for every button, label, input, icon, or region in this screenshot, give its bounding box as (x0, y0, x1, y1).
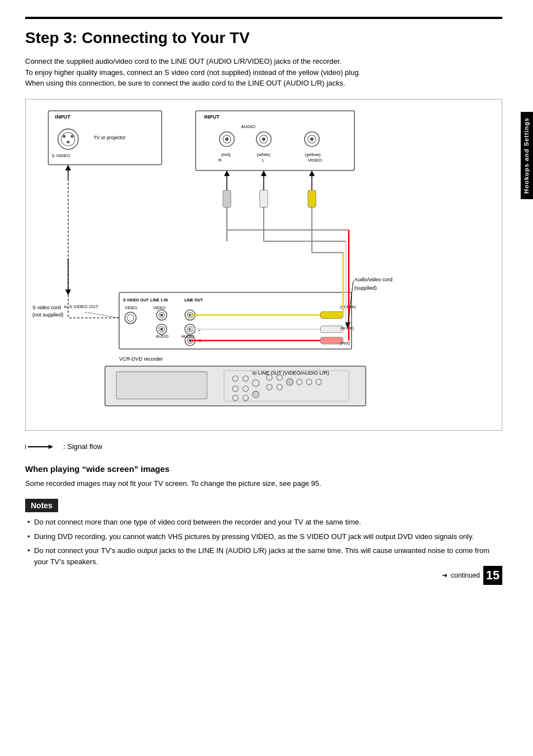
diagram-area: INPUT S VIDEO TV or projector INPUT (25, 99, 502, 431)
intro-line-1: Connect the supplied audio/video cord to… (25, 57, 341, 65)
top-border (25, 17, 502, 19)
svg-text:LINE OUT: LINE OUT (184, 298, 203, 303)
svg-marker-30 (261, 170, 266, 176)
svg-line-114 (85, 312, 119, 318)
intro-line-2: To enjoy higher quality images, connect … (25, 68, 361, 77)
svg-marker-116 (65, 289, 71, 295)
svg-point-16 (262, 137, 265, 140)
notes-list: Do not connect more than one type of vid… (25, 517, 502, 567)
svg-text:VIDEO: VIDEO (308, 158, 322, 163)
svg-text:S VIDEO: S VIDEO (52, 153, 70, 158)
continued-arrow-icon: ➜ (442, 571, 448, 579)
svg-text:LINE 1 IN: LINE 1 IN (150, 298, 168, 303)
page-container: Step 3: Connecting to Your TV Connect th… (0, 0, 533, 595)
svg-point-19 (310, 137, 313, 140)
svg-text:to LINE OUT (VIDEO/AUDIO L/R): to LINE OUT (VIDEO/AUDIO L/R) (253, 370, 329, 375)
signal-flow: : Signal flow (25, 442, 502, 452)
svg-text:L: L (262, 158, 265, 163)
svg-rect-94 (320, 325, 343, 332)
svg-text:VIDEO: VIDEO (125, 306, 137, 310)
notes-section: Notes Do not connect more than one type … (25, 499, 502, 567)
svg-point-6 (66, 140, 69, 143)
svg-point-55 (160, 328, 163, 330)
svg-point-81 (253, 391, 259, 398)
connection-diagram: INPUT S VIDEO TV or projector INPUT (31, 105, 496, 423)
svg-text:S video cord: S video cord (32, 305, 61, 310)
signal-flow-label: : Signal flow (63, 442, 102, 451)
svg-text:AUDIO: AUDIO (241, 124, 255, 129)
note-item-3: Do not connect your TV’s audio output ja… (25, 545, 502, 567)
page-footer: ➜ continued 15 (442, 566, 502, 585)
page-number: 15 (483, 566, 502, 585)
svg-rect-72 (116, 371, 207, 399)
svg-rect-39 (308, 190, 316, 207)
svg-text:INPUT: INPUT (204, 114, 220, 120)
svg-marker-28 (224, 170, 230, 176)
continued-label: continued (451, 571, 480, 579)
side-tab: Hookups and Settings (521, 112, 533, 199)
wide-screen-heading: When playing “wide screen” images (25, 464, 502, 474)
page-title: Step 3: Connecting to Your TV (25, 29, 502, 47)
intro-text: Connect the supplied audio/video cord to… (25, 56, 502, 89)
intro-line-3: When using this connection, be sure to c… (25, 79, 345, 87)
svg-rect-91 (320, 311, 343, 318)
svg-point-52 (160, 313, 163, 316)
svg-rect-35 (223, 190, 231, 207)
svg-text:(red): (red) (340, 341, 350, 346)
svg-text:R: R (218, 158, 222, 163)
svg-point-5 (71, 135, 74, 138)
wide-screen-text: Some recorded images may not fit your TV… (25, 478, 502, 489)
svg-text:VIDEO: VIDEO (153, 306, 166, 310)
svg-text:Audio/video cord: Audio/video cord (354, 276, 392, 282)
svg-text:INPUT: INPUT (55, 114, 71, 120)
note-item-2: During DVD recording, you cannot watch V… (25, 531, 502, 542)
svg-point-86 (287, 379, 293, 385)
svg-text:TV or projector: TV or projector (94, 134, 126, 140)
svg-text:(not supplied): (not supplied) (32, 312, 63, 318)
svg-text:to S VIDEO OUT: to S VIDEO OUT (64, 304, 98, 309)
svg-marker-34 (65, 164, 71, 170)
note-item-1: Do not connect more than one type of vid… (25, 517, 502, 528)
signal-flow-arrow-icon (25, 442, 59, 452)
svg-text:(supplied): (supplied) (354, 285, 377, 290)
svg-text:S VIDEO OUT: S VIDEO OUT (123, 298, 149, 303)
svg-marker-118 (49, 445, 53, 449)
notes-header: Notes (25, 499, 58, 512)
svg-point-13 (225, 137, 229, 140)
svg-text:(white): (white) (257, 152, 271, 157)
svg-marker-32 (309, 170, 315, 176)
svg-rect-97 (320, 337, 343, 343)
svg-point-4 (63, 135, 65, 138)
svg-text:(red): (red) (221, 152, 231, 157)
svg-text:VCR-DVD recorder: VCR-DVD recorder (119, 356, 163, 361)
svg-text:(yellow): (yellow) (305, 152, 321, 157)
svg-rect-37 (260, 190, 268, 207)
svg-text:AUDIO: AUDIO (156, 334, 169, 338)
svg-text:AUDIO: AUDIO (182, 334, 194, 338)
